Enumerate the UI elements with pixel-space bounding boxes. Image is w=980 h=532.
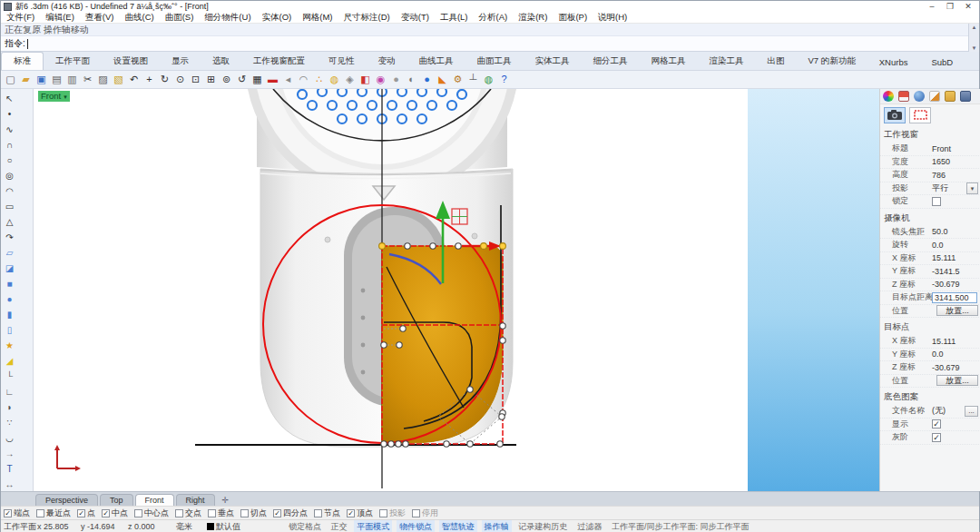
osnap-checkbox[interactable]: ✓ (4, 509, 12, 517)
flag-render-icon[interactable]: ◣ (435, 72, 450, 87)
osnap-checkbox[interactable]: ✓ (273, 509, 281, 517)
toolbar-tab-细分工具[interactable]: 细分工具 (582, 53, 640, 70)
cylinder-tool-icon[interactable]: ▮ (3, 308, 17, 322)
toggle-物件锁点[interactable]: 物件锁点 (397, 520, 435, 532)
osnap-checkbox[interactable]: ✓ (102, 509, 110, 517)
toggle-锁定格点[interactable]: 锁定格点 (286, 520, 324, 532)
menu-10[interactable]: 变动(T) (396, 12, 435, 24)
toolbar-tab-XNurbs[interactable]: XNurbs (867, 54, 920, 70)
add-viewport-icon[interactable]: ✛ (222, 496, 230, 506)
toolbar-tab-实体工具[interactable]: 实体工具 (524, 53, 582, 70)
menu-4[interactable]: 曲线(C) (119, 12, 159, 24)
menu-9[interactable]: 尺寸标注(D) (338, 12, 396, 24)
toggle-操作轴[interactable]: 操作轴 (482, 520, 512, 532)
curve-arc-tool-icon[interactable]: ◡ (3, 431, 17, 446)
point-cloud-tool-icon[interactable]: ∵ (3, 416, 17, 430)
export-file-icon[interactable]: ▥ (64, 72, 80, 87)
rendered-sphere-icon[interactable]: ● (419, 72, 435, 87)
place-button[interactable]: 放置... (936, 305, 978, 316)
curve-tools-tool-icon[interactable]: ↷ (3, 231, 17, 245)
status-cell-1[interactable]: 工作平面 (4, 521, 36, 532)
zoom-selected-icon[interactable]: ⊚ (219, 72, 234, 87)
surface-patch-tool-icon[interactable]: ◪ (3, 261, 17, 276)
fillet-tool-icon[interactable]: ◢ (3, 354, 17, 369)
toolbar-tab-网格工具[interactable]: 网格工具 (640, 53, 698, 70)
menu-11[interactable]: 工具(L) (435, 12, 474, 24)
named-view-icon[interactable]: ▬ (265, 72, 280, 87)
toggle-过滤器[interactable]: 过滤器 (574, 520, 604, 532)
select-arrow-tool-icon[interactable]: ↖ (3, 92, 17, 106)
osnap-checkbox[interactable]: ✓ (77, 509, 85, 517)
value-input[interactable]: 3141.500 (932, 292, 977, 303)
osnap-节点[interactable]: 节点 (314, 507, 340, 519)
osnap-四分点[interactable]: ✓四分点 (273, 507, 308, 519)
browse-button[interactable]: ... (965, 406, 978, 417)
menu-5[interactable]: 曲面(S) (160, 12, 200, 24)
layer-state-icon[interactable]: ◧ (358, 72, 373, 87)
minimize-button[interactable]: – (923, 1, 941, 12)
undo-icon[interactable]: ↶ (126, 72, 142, 87)
command-scrollbar[interactable]: ▲ ▼ (968, 24, 979, 52)
osnap-checkbox[interactable] (36, 509, 44, 517)
toolbar-tab-SubD[interactable]: SubD (919, 54, 965, 70)
osnap-顶点[interactable]: ✓顶点 (347, 507, 373, 519)
surface-from-points-tool-icon[interactable]: ▱ (3, 246, 17, 261)
osnap-dots-icon[interactable]: ∴ (311, 72, 327, 87)
checkbox-锁定[interactable] (932, 197, 941, 206)
toolbar-tab-变动[interactable]: 变动 (367, 53, 407, 70)
cut-icon[interactable]: ✂ (80, 72, 95, 87)
arc-blend-tool-icon[interactable]: → (3, 447, 17, 461)
menu-14[interactable]: 面板(P) (553, 12, 593, 24)
toolbar-tab-选取[interactable]: 选取 (201, 53, 241, 70)
viewport-tab-Top[interactable]: Top (100, 494, 133, 506)
toolbar-tab-设置视图[interactable]: 设置视图 (102, 53, 160, 70)
properties-tab-icon[interactable] (883, 91, 894, 102)
chevron-down-icon[interactable]: ▾ (64, 94, 67, 100)
viewport-tab-Perspective[interactable]: Perspective (35, 494, 98, 506)
osnap-交点[interactable]: 交点 (175, 507, 201, 519)
rotate-view-icon[interactable]: ↻ (157, 72, 172, 87)
pan-view-icon[interactable]: + (142, 72, 157, 87)
toolbar-tab-曲线工具[interactable]: 曲线工具 (407, 53, 466, 70)
toggle-平面模式[interactable]: 平面模式 (354, 520, 392, 532)
new-file-icon[interactable]: ▢ (3, 72, 18, 87)
copy-icon[interactable]: ▨ (95, 72, 111, 87)
osnap-垂点[interactable]: 垂点 (208, 507, 234, 519)
viewport-properties-button[interactable] (909, 107, 931, 123)
menu-6[interactable]: 细分物件(U) (199, 12, 256, 24)
menu-1[interactable]: 文件(F) (1, 12, 40, 24)
camera-button[interactable] (884, 107, 906, 123)
color-wheel-icon[interactable]: ◉ (373, 72, 388, 87)
box-tool-icon[interactable]: ■ (3, 277, 17, 291)
lamp-light-icon[interactable]: ◍ (327, 72, 342, 87)
toolbar-tab-标准[interactable]: 标准 (1, 52, 44, 70)
zoom-extents-icon[interactable]: ⊞ (203, 72, 219, 87)
menu-12[interactable]: 分析(A) (474, 12, 514, 24)
menu-2[interactable]: 编辑(E) (40, 12, 80, 24)
osnap-checkbox[interactable]: ✓ (347, 509, 355, 517)
osnap-checkbox[interactable] (175, 509, 183, 517)
osnap-checkbox[interactable] (379, 509, 387, 517)
more-panels-tab-icon[interactable] (960, 91, 971, 102)
osnap-中心点[interactable]: 中心点 (134, 507, 169, 519)
osnap-checkbox[interactable] (134, 509, 142, 517)
notes-tab-icon[interactable] (929, 91, 940, 102)
place-button[interactable]: 放置... (936, 375, 978, 386)
cplane-link-icon[interactable]: ┴ (466, 72, 481, 87)
menu-3[interactable]: 查看(V) (80, 12, 120, 24)
help-icon[interactable]: ? (496, 72, 512, 87)
menu-13[interactable]: 渲染(R) (513, 12, 553, 24)
paste-icon[interactable]: ▧ (111, 72, 126, 87)
save-icon[interactable]: ▣ (34, 72, 49, 87)
libraries-tab-icon[interactable] (945, 91, 956, 102)
command-input[interactable]: 指令: (1, 36, 970, 52)
open-file-icon[interactable]: ▰ (18, 72, 34, 87)
toggle-正交[interactable]: 正交 (328, 520, 350, 532)
control-point-curve-tool-icon[interactable]: ∩ (3, 138, 17, 153)
osnap-最近点[interactable]: 最近点 (36, 507, 71, 519)
extrude-tool-icon[interactable]: ▯ (3, 323, 17, 338)
toolbar-tab-显示[interactable]: 显示 (160, 53, 201, 70)
front-viewport[interactable]: Front▾ (34, 89, 879, 491)
polygon-tool-icon[interactable]: △ (3, 215, 17, 230)
zoom-dynamic-icon[interactable]: ⊙ (172, 72, 188, 87)
